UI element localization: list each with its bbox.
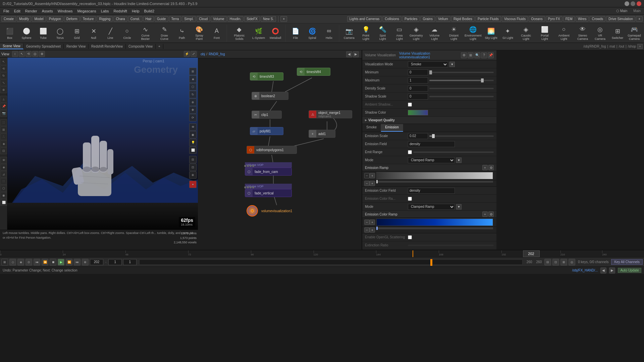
menu-windows[interactable]: Windows: [56, 8, 75, 14]
density-scale-slider[interactable]: [429, 88, 494, 89]
color-ramp-settings-btn[interactable]: ⚙: [488, 212, 494, 217]
node-polyfill1[interactable]: ▱ polyfill1: [250, 127, 283, 135]
ramp-handle1[interactable]: [376, 180, 378, 183]
tool-sphere[interactable]: ⚪ Sphere: [18, 24, 35, 42]
tool-ambient-light[interactable]: ○ Ambient Light: [553, 24, 574, 42]
emission-scale-input[interactable]: [408, 133, 428, 139]
tool-environment-light[interactable]: 🌐 EnvironmentLight: [464, 24, 483, 42]
icon-view-up[interactable]: ⊥: [0, 96, 7, 103]
play-forward-step[interactable]: ⏩: [66, 259, 72, 265]
btn-wires[interactable]: Wires: [576, 16, 589, 22]
timeline-icon1[interactable]: ⊟: [544, 259, 551, 265]
emission-color-field-input[interactable]: [408, 188, 455, 194]
tool-tube[interactable]: ⬜ Tube: [35, 24, 52, 42]
tool-metaball[interactable]: ⭕ Metaball: [267, 24, 284, 42]
timeline-bar-right[interactable]: 216 240: [540, 250, 644, 257]
tool-camera[interactable]: 📷 Camera: [341, 24, 358, 42]
tool-font[interactable]: A Font: [208, 24, 225, 42]
ramp-color-track[interactable]: [376, 181, 493, 183]
btn-viscous-fluids[interactable]: Viscous Fluids: [502, 16, 528, 22]
path-plus[interactable]: +: [637, 44, 643, 49]
vp-icon-layout[interactable]: ⊞: [189, 68, 197, 75]
tab-scene-view[interactable]: Scene View: [0, 44, 23, 49]
btn-hair[interactable]: Hair: [143, 16, 154, 22]
btn-cloud[interactable]: Cloud: [197, 16, 210, 22]
btn-oceans[interactable]: Oceans: [529, 16, 545, 22]
viewport-quality-header[interactable]: ▶ Viewport Quality: [362, 117, 496, 124]
tool-null[interactable]: ✕ Null: [85, 24, 102, 42]
props-layout-btn[interactable]: ⊞: [468, 52, 474, 58]
icon-select[interactable]: ↖: [0, 58, 7, 65]
play-realtime[interactable]: ⊕: [82, 259, 89, 265]
emission-scale-handle[interactable]: [432, 134, 435, 138]
btn-crowds[interactable]: Crowds: [589, 16, 605, 22]
btn-rigging[interactable]: Rigging: [97, 16, 113, 22]
node-add1[interactable]: + add1: [309, 130, 335, 138]
emission-color-ramp-checkbox[interactable]: [408, 197, 412, 201]
tab-composite-view[interactable]: Composite View: [126, 44, 156, 49]
tool-caustic-light[interactable]: ◈ Caustic Light: [516, 24, 536, 42]
icon-vis7[interactable]: ⬜: [0, 199, 7, 206]
btn-houdin[interactable]: Houdin.: [227, 16, 244, 22]
ramp-plus-btn[interactable]: +: [370, 173, 375, 178]
timeline-scrubber[interactable]: [139, 259, 523, 265]
maximize-btn[interactable]: [631, 1, 635, 6]
icon-snap2[interactable]: ⊞: [0, 126, 7, 133]
menu-redshift[interactable]: Redshift: [112, 8, 129, 14]
tool-spot-light[interactable]: 🔦 Spot Light: [374, 24, 391, 42]
view-select-btn[interactable]: ↖: [19, 51, 25, 57]
tool-box[interactable]: ⬛ Box: [1, 24, 18, 42]
tab-render-view[interactable]: Render View: [64, 44, 89, 49]
color-ramp-minus[interactable]: −: [364, 220, 370, 225]
tool-l-system[interactable]: 🌿 L-System: [250, 24, 267, 42]
timeline-icon3[interactable]: ⊞: [560, 259, 567, 265]
vp-icon-guides[interactable]: ⊕: [189, 171, 197, 179]
tool-stereo-camera[interactable]: 👁 StereoCamera: [574, 24, 591, 42]
tool-volume-light[interactable]: ☁ Volume Light: [425, 24, 444, 42]
icon-vis2[interactable]: ◈: [0, 164, 7, 171]
node-volumevisualization1[interactable]: ⬡ volumevisualization1: [247, 205, 294, 217]
node-back-btn[interactable]: ◀: [346, 51, 352, 57]
view-transform-btn[interactable]: ⟲: [25, 51, 32, 57]
props-pin-btn[interactable]: 📌: [488, 52, 494, 58]
shadow-color-swatch[interactable]: [408, 110, 428, 115]
icon-vis5[interactable]: ⬡: [0, 185, 7, 192]
btn-texture[interactable]: Texture: [80, 16, 96, 22]
tool-curve-bezier[interactable]: ∿ Curve Bezier: [136, 24, 155, 42]
btn-terra[interactable]: Terra: [169, 16, 181, 22]
tool-line[interactable]: ╱ Line: [102, 24, 119, 42]
btn-plus2[interactable]: +: [636, 16, 643, 22]
btn-guide[interactable]: Guide: [155, 16, 168, 22]
vp-icon-zoom[interactable]: ⊕: [189, 99, 197, 106]
node-path-obj[interactable]: obj: [201, 52, 205, 56]
opengl-scattering-checkbox[interactable]: [408, 235, 412, 239]
maximum-input[interactable]: [408, 77, 428, 83]
play-stop[interactable]: ⏹: [50, 259, 56, 265]
key-all-channels-btn[interactable]: Key All Channels: [611, 259, 643, 265]
node-object-merge1[interactable]: ⚠ object_merge1 /obj/cam1: [309, 110, 352, 118]
auto-update-btn[interactable]: Auto Update: [618, 268, 641, 273]
extinction-ratio-slider[interactable]: [408, 245, 494, 246]
minimize-btn[interactable]: [625, 1, 629, 6]
emission-ramp-add-btn[interactable]: +: [482, 165, 488, 170]
vp-icon-grid[interactable]: ⊟: [189, 156, 197, 163]
key-btn2[interactable]: ◇: [9, 259, 16, 265]
mode-select[interactable]: Clamped Ramp Linear: [408, 157, 455, 163]
minimum-input[interactable]: [408, 69, 428, 75]
color-ramp-handle[interactable]: [376, 227, 378, 230]
btn-volume[interactable]: Volume: [211, 16, 226, 22]
mode-dropdown[interactable]: ▼: [456, 158, 462, 163]
status-icon1[interactable]: ◀: [600, 267, 606, 274]
tool-helix[interactable]: ∞ Helix: [321, 24, 337, 42]
emit-range-checkbox[interactable]: [408, 150, 412, 154]
tool-draw-curve[interactable]: ✎ Draw Curve: [155, 24, 174, 42]
icon-vis3[interactable]: ⊿: [0, 171, 7, 178]
menu-edit[interactable]: Edit: [12, 8, 22, 14]
icon-vis4[interactable]: ∷: [0, 178, 7, 185]
vp-icon-display[interactable]: ◈: [189, 75, 197, 83]
shadow-scale-input[interactable]: [408, 94, 428, 100]
tab-plus[interactable]: +: [156, 44, 163, 49]
tool-distant-light[interactable]: ☀ Distant Light: [444, 24, 464, 42]
icon-scale[interactable]: ⤡: [0, 79, 7, 86]
menu-assets[interactable]: Assets: [40, 8, 55, 14]
